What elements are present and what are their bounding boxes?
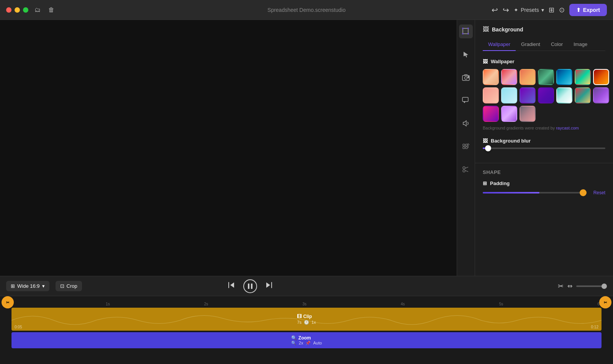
scissors-right-icon: ✂: [604, 300, 607, 305]
aspect-ratio-button[interactable]: ⊞ Wide 16:9 ▾: [6, 281, 49, 291]
svg-rect-11: [465, 147, 467, 149]
padding-label-text: Padding: [490, 180, 510, 186]
wallpaper-thumb-11[interactable]: [538, 87, 554, 103]
trash-icon[interactable]: 🗑: [48, 7, 54, 13]
clip-label: 🎞 Clip 7s 🕐 1x: [297, 314, 316, 325]
clip-info: 7s 🕐 1x: [297, 320, 316, 325]
clip-name: 🎞 Clip: [297, 314, 316, 319]
undo-button[interactable]: ↩: [492, 5, 498, 15]
svg-point-2: [467, 28, 469, 29]
tab-color[interactable]: Color: [546, 38, 568, 51]
zoom-label: 🔍 Zoom 🔍 2x 📌 Auto: [291, 335, 322, 346]
crop-button[interactable]: ⊡ Crop: [56, 281, 82, 291]
wallpaper-thumb-10[interactable]: [520, 87, 536, 103]
reset-button[interactable]: Reset: [593, 190, 605, 195]
shortcuts-tool-icon[interactable]: [459, 139, 473, 153]
blur-label: 🖼 Background blur: [483, 138, 605, 144]
attribution-prefix: Background gradients were created by: [483, 126, 555, 130]
skip-forward-button[interactable]: [265, 281, 273, 291]
blur-slider-thumb[interactable]: [485, 145, 491, 151]
wallpaper-thumb-3[interactable]: [520, 69, 536, 85]
maximize-button[interactable]: [23, 7, 28, 13]
wallpaper-thumb-6[interactable]: [575, 69, 591, 85]
crop-icon: ⊡: [60, 283, 64, 289]
wallpaper-icon: 🖼: [483, 59, 488, 64]
tab-wallpaper[interactable]: Wallpaper: [483, 38, 516, 51]
svg-point-3: [462, 33, 464, 34]
wallpaper-thumb-12[interactable]: [556, 87, 572, 103]
traffic-lights: [6, 7, 28, 13]
pin-handle-left[interactable]: ✂: [2, 296, 14, 308]
upload-icon: ⬆: [576, 7, 581, 13]
wallpaper-thumb-17[interactable]: [520, 106, 536, 122]
wallpaper-thumb-15[interactable]: [483, 106, 499, 122]
wallpaper-thumb-9[interactable]: [501, 87, 517, 103]
timeline[interactable]: 1s 2s 3s 4s 5s 6s 🎞: [0, 296, 613, 364]
wallpaper-subsection-label: Wallpaper: [491, 59, 515, 64]
zoom-mode: Auto: [313, 341, 322, 345]
minimize-button[interactable]: [15, 7, 20, 13]
wallpaper-thumb-1[interactable]: [483, 69, 499, 85]
tab-gradient[interactable]: Gradient: [516, 38, 546, 51]
canvas-area[interactable]: [0, 20, 457, 276]
padding-header: ⊞ Padding: [483, 180, 605, 186]
pause-button[interactable]: [243, 279, 257, 293]
project-suffix: .screenstudio: [314, 7, 346, 13]
camera-tool-icon[interactable]: [459, 71, 473, 84]
tab-image[interactable]: Image: [568, 38, 593, 51]
titlebar-right: ↩ ↪ ✦ Presets ▾ ⊞ ⊙ ⬆ Export: [492, 4, 607, 16]
wallpaper-thumb-14[interactable]: [593, 87, 609, 103]
wallpaper-thumb-13[interactable]: [575, 87, 591, 103]
sidebar-toggle-button[interactable]: ⊞: [549, 6, 554, 14]
blur-label-text: Background blur: [491, 138, 531, 144]
zoom-track[interactable]: 🔍 Zoom 🔍 2x 📌 Auto: [11, 332, 602, 348]
zoom-name: 🔍 Zoom: [291, 335, 322, 341]
selection-tool-icon[interactable]: [459, 25, 473, 38]
attribution-link[interactable]: raycast.com: [556, 126, 579, 130]
wallpaper-thumb-5[interactable]: [556, 69, 572, 85]
wallpaper-thumb-8[interactable]: [483, 87, 499, 103]
svg-point-12: [463, 167, 465, 169]
project-name: Spreadsheet Demo: [267, 7, 314, 13]
blur-slider-track[interactable]: [483, 148, 605, 149]
pin-handle-right[interactable]: ✂: [599, 296, 611, 308]
zoom-info: 🔍 2x 📌 Auto: [291, 341, 322, 346]
wallpaper-subsection-header: 🖼 Wallpaper: [483, 59, 605, 64]
help-button[interactable]: ⊙: [559, 6, 565, 14]
folder-icon[interactable]: 🗂: [34, 7, 41, 13]
clip-track[interactable]: 🎞 Clip 7s 🕐 1x 0:05 0:12: [11, 308, 602, 331]
sparkle-icon: ✦: [514, 7, 518, 13]
volume-tool-icon[interactable]: [459, 116, 473, 130]
speech-bubble-tool-icon[interactable]: [459, 93, 473, 107]
export-button[interactable]: ⬆ Export: [569, 4, 607, 16]
cursor-tool-icon[interactable]: [459, 48, 473, 61]
padding-slider-thumb[interactable]: [580, 189, 587, 196]
presets-label: Presets: [521, 7, 539, 13]
scissors-tool-icon[interactable]: [459, 162, 473, 176]
svg-point-1: [462, 28, 464, 29]
background-label: Background: [492, 26, 523, 33]
speed-slider[interactable]: [576, 285, 607, 287]
presets-button[interactable]: ✦ Presets ▾: [514, 7, 544, 13]
chevron-down-icon: ▾: [541, 7, 544, 13]
ruler-mark-4s: 4s: [401, 302, 405, 306]
wallpaper-thumb-2[interactable]: [501, 69, 517, 85]
padding-slider-track[interactable]: [483, 192, 586, 193]
zoom-icon: 🔍: [291, 335, 297, 341]
skip-back-button[interactable]: [227, 281, 236, 291]
shape-padding-section: Shape ⊞ Padding Reset: [475, 163, 613, 202]
background-section-header: 🖼 Background: [483, 26, 605, 33]
wallpaper-grid: [483, 69, 605, 122]
close-button[interactable]: [6, 7, 11, 13]
wallpaper-thumb-4[interactable]: [538, 69, 554, 85]
speed-slider-thumb[interactable]: [602, 284, 607, 289]
wallpaper-thumb-16[interactable]: [501, 106, 517, 122]
svg-rect-10: [463, 147, 465, 149]
wallpaper-thumb-7[interactable]: [593, 69, 609, 85]
clip-start-time: 0:05: [15, 325, 22, 329]
cut-scissors-icon[interactable]: ✂: [558, 282, 564, 290]
right-controls: ✂ ⇔: [558, 282, 607, 290]
padding-slider-row: Reset: [483, 190, 605, 195]
speed-arrows-icon: ⇔: [567, 282, 572, 290]
redo-button[interactable]: ↪: [503, 5, 509, 15]
